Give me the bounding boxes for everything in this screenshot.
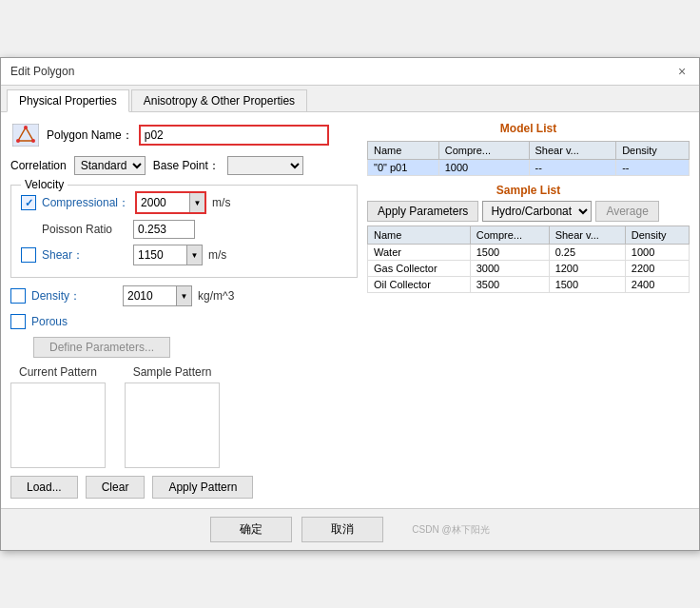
sample-pattern-box: Sample Pattern — [125, 365, 220, 468]
model-cell-name: "0" p01 — [368, 160, 439, 176]
shear-label: Shear： — [42, 247, 127, 264]
poisson-row: Poisson Ratio — [42, 220, 347, 239]
density-label: Density： — [31, 288, 117, 304]
polygon-name-row: Polygon Name： — [10, 122, 358, 148]
sample-cell-compre: 3500 — [470, 277, 549, 293]
sample-table-row[interactable]: Gas Collector 3000 1200 2200 — [368, 261, 690, 277]
sample-cell-shear: 1200 — [549, 261, 625, 277]
density-unit: kg/m^3 — [198, 289, 234, 303]
model-list-title: Model List — [367, 122, 690, 135]
cancel-button[interactable]: 取消 — [301, 517, 383, 542]
sample-table-row[interactable]: Water 1500 0.25 1000 — [368, 245, 690, 261]
velocity-group: Velocity Compressional： ▼ m/s Poisson Ra… — [10, 185, 358, 278]
sample-cell-density: 2400 — [625, 277, 689, 293]
compressional-arrow[interactable]: ▼ — [189, 193, 204, 212]
sample-cell-compre: 3000 — [470, 261, 549, 277]
compressional-unit: m/s — [212, 196, 230, 209]
model-col-density: Density — [616, 142, 690, 160]
sample-col-compre: Compre... — [470, 226, 549, 245]
porous-row: Porous — [10, 314, 358, 329]
sample-cell-compre: 1500 — [470, 245, 549, 261]
svg-point-2 — [16, 139, 20, 143]
model-table: Name Compre... Shear v... Density "0" p0… — [367, 141, 690, 176]
sample-cell-density: 1000 — [625, 245, 689, 261]
window-title: Edit Polygon — [10, 65, 74, 78]
correlation-label: Correlation — [10, 159, 67, 172]
model-cell-compre: 1000 — [438, 160, 529, 176]
current-pattern-label: Current Pattern — [19, 365, 97, 379]
right-panel: Model List Name Compre... Shear v... Den… — [367, 122, 690, 499]
pattern-section: Current Pattern Sample Pattern — [10, 365, 358, 468]
sample-col-density: Density — [625, 226, 689, 245]
load-button[interactable]: Load... — [10, 476, 78, 499]
porous-checkbox[interactable] — [10, 314, 26, 329]
sample-col-name: Name — [368, 226, 471, 245]
sample-cell-name: Oil Collector — [368, 277, 471, 293]
density-input[interactable] — [124, 288, 176, 304]
sample-table: Name Compre... Shear v... Density Water … — [367, 226, 690, 293]
svg-point-4 — [31, 139, 35, 143]
apply-parameters-button[interactable]: Apply Parameters — [367, 201, 478, 222]
current-pattern-preview — [10, 382, 106, 468]
model-col-shear: Shear v... — [529, 142, 616, 160]
density-checkbox[interactable] — [10, 288, 26, 304]
hydro-dropdown[interactable]: Hydro/Carbonat — [482, 201, 592, 222]
polygon-name-input[interactable] — [139, 125, 329, 146]
density-combo: ▼ — [123, 285, 192, 306]
title-bar: Edit Polygon × — [1, 58, 699, 86]
sample-table-row[interactable]: Oil Collector 3500 1500 2400 — [368, 277, 690, 293]
window-footer: 确定 取消 CSDN @林下阳光 — [1, 508, 699, 550]
shear-unit: m/s — [208, 248, 226, 262]
shear-checkbox[interactable] — [21, 247, 36, 263]
edit-polygon-window: Edit Polygon × Physical Properties Aniso… — [0, 57, 700, 551]
bottom-buttons: Load... Clear Apply Pattern — [10, 476, 358, 499]
apply-pattern-button[interactable]: Apply Pattern — [152, 476, 253, 499]
tab-physical-properties[interactable]: Physical Properties — [7, 89, 129, 112]
sample-list-title: Sample List — [367, 184, 690, 197]
compressional-combo: ▼ — [135, 191, 206, 214]
density-arrow[interactable]: ▼ — [176, 286, 191, 305]
model-cell-density: -- — [616, 160, 690, 176]
average-button[interactable]: Average — [595, 201, 658, 222]
model-cell-shear: -- — [529, 160, 616, 176]
correlation-row: Correlation Standard Base Point： — [10, 156, 358, 175]
sample-pattern-preview — [125, 382, 220, 468]
base-point-select[interactable] — [227, 156, 303, 175]
svg-point-3 — [24, 126, 28, 129]
sample-controls: Apply Parameters Hydro/Carbonat Average — [367, 201, 690, 222]
confirm-button[interactable]: 确定 — [210, 517, 292, 542]
compressional-label: Compressional： — [42, 195, 129, 211]
compressional-checkbox[interactable] — [21, 195, 36, 210]
base-point-label: Base Point： — [153, 158, 220, 174]
clear-button[interactable]: Clear — [86, 476, 146, 499]
sample-cell-name: Gas Collector — [368, 261, 471, 277]
sample-cell-name: Water — [368, 245, 471, 261]
polygon-icon — [10, 122, 41, 148]
current-pattern-box: Current Pattern — [10, 365, 106, 468]
shear-arrow[interactable]: ▼ — [186, 245, 202, 265]
tabs-bar: Physical Properties Anisotropy & Other P… — [1, 86, 699, 112]
poisson-label: Poisson Ratio — [42, 223, 127, 236]
sample-cell-density: 2200 — [625, 261, 689, 277]
shear-row: Shear： ▼ m/s — [21, 245, 347, 265]
compressional-input[interactable] — [137, 195, 189, 210]
define-parameters-button[interactable]: Define Parameters... — [33, 337, 170, 358]
model-table-row[interactable]: "0" p01 1000 -- -- — [368, 160, 690, 176]
model-col-compre: Compre... — [438, 142, 529, 160]
left-panel: Polygon Name： Correlation Standard Base … — [10, 122, 358, 499]
sample-cell-shear: 1500 — [549, 277, 625, 293]
sample-pattern-label: Sample Pattern — [133, 365, 212, 379]
correlation-select[interactable]: Standard — [74, 156, 146, 175]
watermark: CSDN @林下阳光 — [412, 523, 489, 537]
shear-input[interactable] — [134, 247, 186, 263]
poisson-input[interactable] — [133, 220, 195, 239]
porous-label: Porous — [31, 315, 117, 328]
tab-anisotropy[interactable]: Anisotropy & Other Properties — [131, 89, 307, 111]
sample-col-shear: Shear v... — [549, 226, 625, 245]
shear-combo: ▼ — [133, 245, 203, 265]
sample-cell-shear: 0.25 — [549, 245, 625, 261]
compressional-row: Compressional： ▼ m/s — [21, 191, 347, 214]
velocity-label: Velocity — [21, 178, 68, 191]
model-col-name: Name — [368, 142, 439, 160]
close-button[interactable]: × — [674, 64, 690, 79]
